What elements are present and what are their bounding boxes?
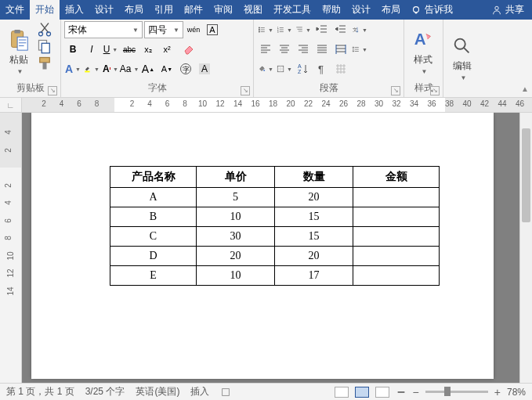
- vertical-ruler[interactable]: 422468101214: [0, 113, 22, 383]
- char-border-button[interactable]: A: [204, 21, 221, 38]
- editing-button[interactable]: 编辑 ▼: [447, 21, 478, 93]
- sort-button[interactable]: AZ: [295, 60, 312, 77]
- text-direction-button[interactable]: 文▼: [351, 21, 368, 38]
- view-read-button[interactable]: [335, 387, 349, 398]
- shading-button[interactable]: ▼: [257, 60, 274, 77]
- document-area[interactable]: 产品名称 单价 数量 金额 A520 B1015 C3015 D2020 E10…: [22, 113, 532, 383]
- clipboard-launcher[interactable]: ↘: [48, 86, 57, 95]
- multilevel-list-button[interactable]: ▼: [295, 21, 312, 38]
- borders-button[interactable]: ▼: [276, 60, 293, 77]
- cell[interactable]: E: [110, 266, 197, 286]
- tab-table-design[interactable]: 设计: [346, 0, 376, 20]
- cell[interactable]: 20: [197, 247, 275, 266]
- phonetic-guide-button[interactable]: wén: [185, 21, 202, 38]
- styles-launcher[interactable]: ↘: [430, 86, 440, 95]
- tab-layout[interactable]: 布局: [119, 0, 149, 20]
- zoom-slider[interactable]: [425, 391, 488, 393]
- document-table[interactable]: 产品名称 单价 数量 金额 A520 B1015 C3015 D2020 E10…: [110, 166, 440, 286]
- tab-developer[interactable]: 开发工具: [268, 0, 317, 20]
- status-page[interactable]: 第 1 页，共 1 页: [6, 385, 74, 398]
- cell[interactable]: 10: [197, 207, 275, 227]
- cut-button[interactable]: [37, 21, 52, 37]
- scrollbar-thumb[interactable]: [522, 128, 530, 222]
- cell[interactable]: 30: [197, 227, 275, 247]
- italic-button[interactable]: I: [83, 41, 100, 58]
- text-effects-button[interactable]: A▼: [64, 60, 81, 77]
- shrink-font-button[interactable]: A▼: [158, 60, 176, 77]
- enclosed-char-button[interactable]: 字: [177, 60, 194, 77]
- cell[interactable]: [353, 266, 440, 286]
- char-shading-button[interactable]: A: [196, 60, 213, 77]
- cell[interactable]: 15: [275, 227, 353, 247]
- align-right-button[interactable]: [295, 41, 312, 58]
- tab-table-layout[interactable]: 布局: [376, 0, 406, 20]
- status-words[interactable]: 3/25 个字: [85, 385, 125, 398]
- cell[interactable]: 17: [275, 266, 353, 286]
- styles-button[interactable]: A 样式 ▼: [407, 21, 439, 80]
- tell-me[interactable]: 告诉我: [411, 3, 453, 16]
- status-insert-mode[interactable]: 插入: [190, 385, 209, 398]
- cell[interactable]: 20: [275, 247, 353, 266]
- status-language[interactable]: 英语(美国): [136, 385, 179, 398]
- strikethrough-button[interactable]: abc: [121, 41, 138, 58]
- collapse-ribbon-button[interactable]: ▲: [521, 85, 529, 93]
- zoom-in-button[interactable]: +: [494, 386, 501, 398]
- cell[interactable]: C: [110, 227, 197, 247]
- numbering-button[interactable]: 123▼: [276, 21, 293, 38]
- cell[interactable]: A: [110, 188, 197, 207]
- header-amount[interactable]: 金额: [353, 167, 440, 188]
- format-painter-button[interactable]: [37, 56, 52, 71]
- header-product[interactable]: 产品名称: [110, 167, 197, 188]
- snap-to-grid-button[interactable]: [332, 60, 349, 77]
- header-price[interactable]: 单价: [197, 167, 275, 188]
- tab-file[interactable]: 文件: [0, 0, 30, 20]
- zoom-out-icon[interactable]: [396, 387, 407, 398]
- view-print-button[interactable]: [355, 387, 369, 398]
- vertical-scrollbar[interactable]: [519, 113, 532, 383]
- macro-record-icon[interactable]: [220, 387, 231, 398]
- font-color-button[interactable]: A▼: [102, 60, 119, 77]
- paragraph-launcher[interactable]: ↘: [391, 86, 400, 95]
- cell[interactable]: D: [110, 247, 197, 266]
- tab-home[interactable]: 开始: [30, 0, 60, 20]
- share-button[interactable]: 共享: [491, 3, 524, 16]
- tab-help[interactable]: 帮助: [317, 0, 346, 20]
- zoom-out-button[interactable]: −: [413, 386, 419, 398]
- distributed-button[interactable]: [332, 41, 349, 58]
- paste-button[interactable]: 粘贴 ▼: [3, 21, 34, 80]
- view-web-button[interactable]: [375, 387, 389, 398]
- tab-review[interactable]: 审阅: [208, 0, 238, 20]
- zoom-level[interactable]: 78%: [507, 387, 526, 398]
- cell[interactable]: [353, 188, 440, 207]
- subscript-button[interactable]: x₂: [139, 41, 157, 58]
- tab-view[interactable]: 视图: [238, 0, 268, 20]
- cell[interactable]: 15: [275, 207, 353, 227]
- tab-insert[interactable]: 插入: [60, 0, 89, 20]
- cell[interactable]: [353, 207, 440, 227]
- underline-button[interactable]: U▼: [102, 41, 119, 58]
- tab-mailings[interactable]: 邮件: [179, 0, 208, 20]
- highlight-button[interactable]: ▼: [83, 60, 100, 77]
- horizontal-ruler[interactable]: 8642246810121416182022242628303234363840…: [22, 98, 532, 112]
- superscript-button[interactable]: x²: [158, 41, 176, 58]
- line-spacing-button[interactable]: ▼: [351, 41, 368, 58]
- align-center-button[interactable]: [276, 41, 293, 58]
- cell[interactable]: 20: [275, 188, 353, 207]
- cell[interactable]: 10: [197, 266, 275, 286]
- decrease-indent-button[interactable]: [313, 21, 331, 38]
- copy-button[interactable]: [37, 38, 52, 54]
- font-launcher[interactable]: ↘: [241, 86, 250, 95]
- font-name-combo[interactable]: 宋体▼: [64, 21, 143, 38]
- ruler-corner[interactable]: ∟: [0, 98, 22, 112]
- align-left-button[interactable]: [257, 41, 274, 58]
- header-qty[interactable]: 数量: [275, 167, 353, 188]
- zoom-slider-knob[interactable]: [444, 387, 451, 396]
- grow-font-button[interactable]: A▲: [139, 60, 157, 77]
- increase-indent-button[interactable]: [332, 21, 349, 38]
- change-case-button[interactable]: Aa▼: [121, 60, 138, 77]
- clear-formatting-button[interactable]: [177, 41, 201, 58]
- show-marks-button[interactable]: ¶: [313, 60, 331, 77]
- cell[interactable]: B: [110, 207, 197, 227]
- cell[interactable]: [353, 247, 440, 266]
- bullets-button[interactable]: ▼: [257, 21, 274, 38]
